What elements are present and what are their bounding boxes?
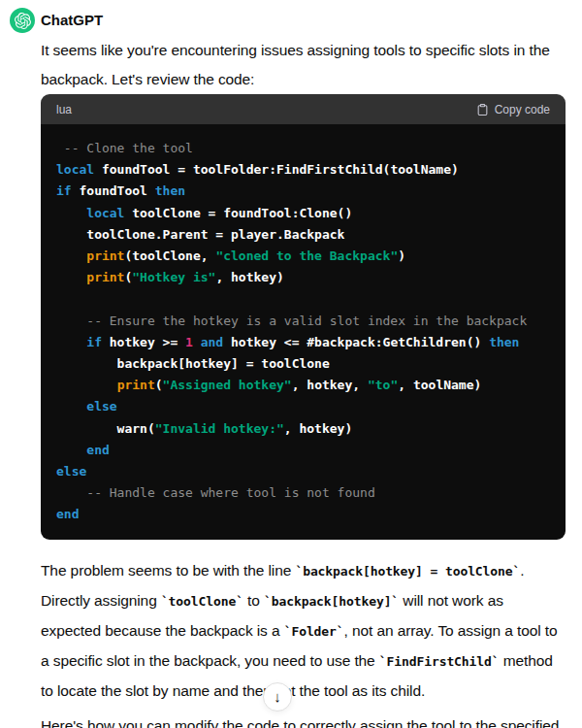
- clipboard-icon: [476, 103, 489, 116]
- text-segment: to: [243, 592, 264, 609]
- sender-name: ChatGPT: [41, 8, 566, 33]
- code-content: -- Clone the toollocal foundTool = toolF…: [41, 124, 566, 540]
- code-line: print("Assigned hotkey", hotkey, "to", t…: [56, 375, 550, 396]
- scroll-to-bottom-button[interactable]: ↓: [263, 682, 292, 711]
- message-paragraph-explanation: The problem seems to be with the line `b…: [41, 556, 566, 706]
- code-line: else: [56, 461, 550, 482]
- code-line: else: [56, 396, 550, 417]
- code-line: -- Handle case where tool is not found: [56, 482, 550, 504]
- chat-message-view: ChatGPT It seems like you're encounterin…: [0, 0, 582, 728]
- down-arrow-icon: ↓: [274, 689, 281, 704]
- code-line: if foundTool then: [56, 181, 550, 202]
- code-line: toolClone.Parent = player.Backpack: [56, 224, 550, 246]
- code-language-label: lua: [56, 103, 72, 116]
- inline-code: `backpack[hotkey]`: [264, 594, 399, 609]
- copy-code-label: Copy code: [495, 103, 550, 116]
- message-paragraph-intro: It seems like you're encountering issues…: [41, 36, 566, 94]
- code-line: print("Hotkey is", hotkey): [56, 267, 550, 288]
- text-segment: Here's how you can modify the code to co…: [41, 717, 559, 728]
- code-line: [56, 288, 550, 310]
- inline-code: `backpack[hotkey] = toolClone`: [295, 564, 520, 579]
- code-block-header: lua Copy code: [41, 94, 566, 124]
- code-line: print(toolClone, "cloned to the Backpack…: [56, 246, 550, 267]
- text-segment: The problem seems to be with the line: [41, 562, 295, 579]
- inline-code: `FindFirstChild`: [379, 654, 500, 669]
- code-line: -- Clone the tool: [56, 138, 550, 159]
- code-line: local toolClone = foundTool:Clone(): [56, 203, 550, 224]
- copy-code-button[interactable]: Copy code: [476, 103, 550, 116]
- chatgpt-avatar: [10, 8, 35, 33]
- code-line: local foundTool = toolFolder:FindFirstCh…: [56, 159, 550, 181]
- code-line: end: [56, 504, 550, 525]
- code-block: lua Copy code -- Clone the toollocal fou…: [41, 94, 566, 540]
- inline-code: `toolClone`: [161, 594, 243, 609]
- text-segment: It seems like you're encountering issues…: [41, 42, 550, 87]
- message-paragraph-closing: Here's how you can modify the code to co…: [41, 711, 566, 728]
- code-line: warn("Invalid hotkey:", hotkey): [56, 418, 550, 440]
- code-line: backpack[hotkey] = toolClone: [56, 353, 550, 375]
- code-line: if hotkey >= 1 and hotkey <= #backpack:G…: [56, 332, 550, 353]
- code-line: end: [56, 440, 550, 461]
- code-line: -- Ensure the hotkey is a valid slot ind…: [56, 311, 550, 332]
- inline-code: `Folder`: [284, 624, 344, 639]
- openai-logo-icon: [15, 13, 31, 29]
